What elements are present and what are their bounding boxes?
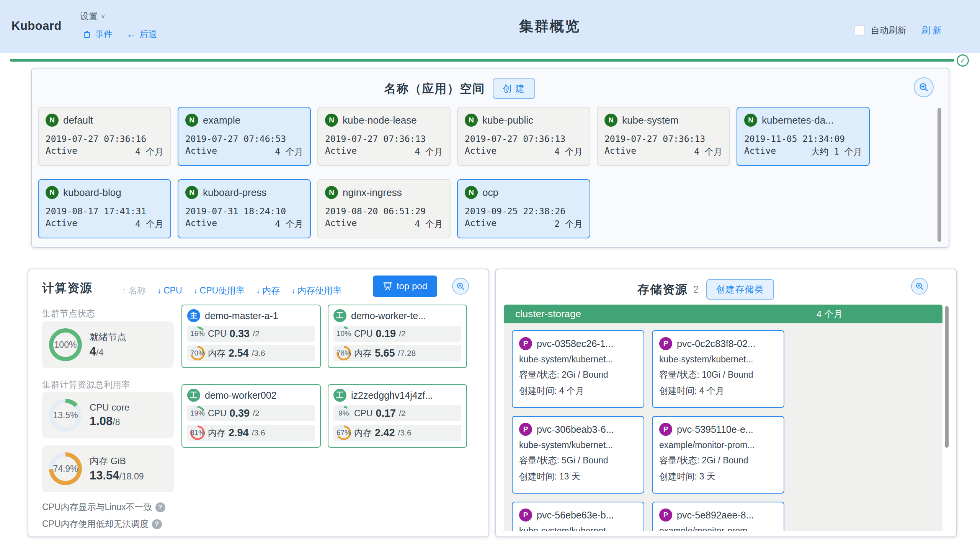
pvc-name: pvc-0358ec26-1... [537, 338, 613, 349]
node-name: demo-master-a-1 [205, 310, 278, 321]
node-card-demo-master-a-1[interactable]: 主 demo-master-a-1 16% CPU 0.33/2 70% 内存 … [181, 305, 321, 368]
cpu-utilization-box: 13.5% CPU core 1.08/8 [42, 392, 174, 439]
namespace-card-kube-public[interactable]: Nkube-public 2019-07-27 07:36:13 Active4… [457, 107, 590, 166]
namespace-created: 2019-07-27 07:36:16 [46, 134, 163, 144]
namespace-created: 2019-07-31 18:24:10 [185, 206, 303, 216]
help-icon[interactable]: ? [152, 519, 162, 529]
pvc-badge-icon: P [659, 423, 672, 436]
pvc-source: kube-system/kubernet... [519, 354, 637, 365]
namespaces-panel-head: 名称（应用）空间 创 建 [32, 68, 949, 99]
sort-by-name[interactable]: ↑名称 [122, 285, 146, 297]
pvc-card-5395110e[interactable]: Ppvc-5395110e-e... example/monitor-prom.… [652, 416, 784, 494]
storage-scrollbar[interactable] [945, 306, 949, 448]
create-namespace-button[interactable]: 创 建 [493, 78, 535, 99]
namespace-name: kubernetes-da... [762, 114, 834, 126]
namespace-created: 2019-07-27 07:36:13 [604, 134, 722, 144]
pvc-card-306beab3[interactable]: Ppvc-306beab3-6... kube-system/kubernet.… [512, 416, 644, 494]
sort-by-memory-usage[interactable]: ↓内存使用率 [291, 285, 341, 297]
utilization-label: 集群计算资源总利用率 [42, 379, 130, 391]
master-node-badge-icon: 主 [187, 309, 200, 322]
memory-ring: 78% [336, 346, 351, 360]
pvc-created: 4 个月 [559, 386, 584, 396]
namespace-name: kuboard-press [203, 187, 266, 199]
namespaces-scrollbar[interactable] [938, 108, 941, 242]
create-storage-class-button[interactable]: 创建存储类 [706, 279, 774, 300]
storage-zoom-in-button[interactable] [911, 278, 928, 295]
namespace-card-kube-system[interactable]: Nkube-system 2019-07-27 07:36:13 Active4… [597, 107, 730, 166]
namespace-name: kuboard-blog [63, 187, 121, 199]
namespace-name: kube-node-lease [343, 114, 417, 126]
pvc-badge-icon: P [519, 509, 532, 522]
pvc-capacity-label: 容量/状态: [519, 370, 559, 380]
namespace-card-kubernetes-dashboard[interactable]: Nkubernetes-da... 2019-11-05 21:34:09 Ac… [737, 107, 870, 166]
namespace-card-ocp[interactable]: Nocp 2019-09-25 22:38:26 Active2 个月 [457, 179, 590, 238]
namespace-status: Active [465, 218, 497, 230]
pvc-card-5e892aee[interactable]: Ppvc-5e892aee-8... example/monitor-prom.… [652, 502, 784, 531]
pvc-capacity-label: 容量/状态: [659, 370, 699, 380]
pvc-created: 13 天 [559, 471, 580, 481]
header-nav: 事件 ← 后退 [83, 28, 157, 40]
back-link[interactable]: ← 后退 [126, 28, 157, 40]
namespaces-zoom-in-button[interactable] [914, 77, 934, 97]
namespace-card-default[interactable]: Ndefault 2019-07-27 07:36:16 Active4 个月 [38, 107, 171, 166]
top-pod-button[interactable]: top pod [373, 276, 437, 297]
namespace-card-example[interactable]: Nexample 2019-07-27 07:46:53 Active4 个月 [178, 107, 311, 166]
node-card-iz2zedgghv[interactable]: 工 iz2zedgghv14j4zf... 9% CPU 0.17/2 67% … [328, 384, 467, 448]
cpu-ring: 10% [336, 326, 351, 341]
storage-class-age: 4 个月 [817, 308, 843, 320]
pvc-card-0358ec26[interactable]: Ppvc-0358ec26-1... kube-system/kubernet.… [512, 330, 644, 408]
cpu-usage-ring: 13.5% [49, 399, 82, 432]
node-ready-name: 就绪节点 [90, 331, 126, 343]
cpu-value: 1.08 [90, 414, 113, 428]
namespace-created: 2019-07-27 07:36:13 [465, 134, 583, 144]
namespace-name: default [63, 114, 93, 126]
pvc-card-56ebe63e[interactable]: Ppvc-56ebe63e-b... kube-system/kubernet.… [512, 502, 644, 531]
magnifier-plus-icon [918, 82, 929, 93]
refresh-button[interactable]: 刷 新 [921, 24, 941, 36]
namespace-status: Active [46, 146, 77, 158]
namespace-created: 2019-09-25 22:38:26 [465, 206, 583, 216]
node-cpu-row: 16% CPU 0.33/2 [187, 326, 315, 342]
pvc-card-0c2c83f8[interactable]: Ppvc-0c2c83f8-02... kube-system/kubernet… [652, 330, 784, 408]
pvc-capacity: 10Gi / Bound [702, 370, 753, 380]
sort-by-memory[interactable]: ↓内存 [256, 285, 280, 297]
pvc-source: kube-system/kubernet... [659, 354, 777, 365]
auto-refresh-checkbox[interactable] [854, 25, 865, 36]
sort-by-cpu-usage[interactable]: ↓CPU使用率 [194, 285, 245, 297]
storage-count: 2 [693, 284, 699, 295]
namespace-name: example [203, 114, 240, 126]
pvc-capacity: 2Gi / Bound [702, 455, 748, 465]
namespace-age: 大约 1 个月 [811, 146, 862, 158]
pvc-capacity: 2Gi / Bound [562, 370, 608, 380]
cpu-total: /8 [113, 417, 120, 427]
namespace-status: Active [46, 218, 77, 230]
magnifier-plus-icon [915, 282, 924, 291]
namespace-card-kube-node-lease[interactable]: Nkube-node-lease 2019-07-27 07:36:13 Act… [317, 107, 451, 166]
pvc-source: example/monitor-prom... [659, 440, 777, 450]
pvc-created-label: 创建时间: [659, 386, 697, 396]
node-cpu-row: 10% CPU 0.19/2 [333, 326, 461, 342]
compute-zoom-in-button[interactable] [452, 278, 469, 295]
pvc-name: pvc-5395110e-e... [677, 424, 753, 435]
pvc-capacity-label: 容量/状态: [659, 455, 699, 465]
events-link[interactable]: 事件 [83, 28, 113, 40]
node-status-box: 100% 就绪节点 4/4 [42, 321, 174, 368]
namespace-card-kuboard-blog[interactable]: Nkuboard-blog 2019-08-17 17:41:31 Active… [38, 179, 171, 238]
sort-by-cpu[interactable]: ↓CPU [157, 285, 182, 297]
node-card-demo-worker002[interactable]: 工 demo-worker002 19% CPU 0.39/2 81% 内存 2… [181, 384, 321, 448]
node-name: demo-worker-te... [351, 310, 426, 321]
node-cpu-row: 9% CPU 0.17/2 [333, 405, 461, 421]
sort-down-icon: ↓ [157, 286, 161, 295]
node-card-demo-worker-te[interactable]: 工 demo-worker-te... 10% CPU 0.19/2 78% 内… [328, 305, 467, 368]
pvc-name: pvc-0c2c83f8-02... [677, 338, 756, 349]
storage-class-header[interactable]: cluster-storage 4 个月 [504, 305, 942, 323]
namespace-card-nginx-ingress[interactable]: Nnginx-ingress 2019-08-20 06:51:29 Activ… [317, 179, 451, 238]
namespace-age: 4 个月 [275, 218, 303, 230]
node-memory-row: 67% 内存 2.42/3.6 [333, 425, 461, 441]
namespace-card-kuboard-press[interactable]: Nkuboard-press 2019-07-31 18:24:10 Activ… [178, 179, 311, 238]
settings-menu[interactable]: 设置 ∨ [80, 10, 105, 22]
help-icon[interactable]: ? [155, 502, 165, 512]
cpu-name: CPU core [90, 402, 129, 413]
node-cpu-row: 19% CPU 0.39/2 [187, 405, 315, 421]
pvc-created-label: 创建时间: [659, 471, 697, 481]
